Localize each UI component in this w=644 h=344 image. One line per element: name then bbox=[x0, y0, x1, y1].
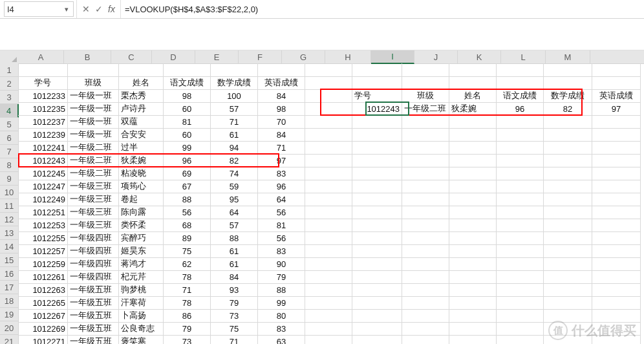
cell[interactable]: 89 bbox=[164, 231, 211, 245]
cell[interactable] bbox=[305, 180, 352, 193]
cell[interactable] bbox=[352, 141, 402, 155]
cell[interactable]: 59 bbox=[211, 180, 258, 193]
row-header-5[interactable]: 5 bbox=[0, 118, 18, 131]
cell[interactable]: 74 bbox=[211, 167, 258, 180]
cell[interactable] bbox=[592, 309, 641, 323]
cell[interactable] bbox=[402, 335, 449, 344]
cell[interactable]: 陈向露 bbox=[119, 206, 164, 219]
cell[interactable] bbox=[305, 219, 352, 232]
cell[interactable] bbox=[592, 63, 641, 77]
cell[interactable]: 83 bbox=[258, 322, 305, 336]
cell[interactable] bbox=[352, 322, 402, 336]
cell[interactable]: 一年级四班 bbox=[68, 231, 119, 245]
cell[interactable] bbox=[497, 244, 544, 258]
cell[interactable] bbox=[497, 141, 544, 155]
cell[interactable]: 杞元芹 bbox=[119, 270, 164, 284]
cell[interactable] bbox=[164, 63, 211, 77]
cell[interactable]: 1012243 bbox=[352, 102, 402, 116]
cell[interactable] bbox=[449, 141, 497, 155]
cell[interactable] bbox=[352, 128, 402, 142]
cell[interactable] bbox=[352, 244, 402, 258]
cell[interactable]: 81 bbox=[164, 115, 211, 129]
cell[interactable]: 英语成绩 bbox=[592, 89, 641, 103]
cell[interactable]: 学号 bbox=[18, 76, 68, 90]
cell[interactable]: 97 bbox=[592, 102, 641, 116]
cell[interactable]: 80 bbox=[258, 309, 305, 323]
cell[interactable] bbox=[592, 257, 641, 271]
cell[interactable] bbox=[402, 270, 449, 284]
cell[interactable] bbox=[402, 76, 449, 90]
cell[interactable] bbox=[352, 270, 402, 284]
cell[interactable]: 蒋鸿才 bbox=[119, 257, 164, 271]
cell[interactable]: 公良奇志 bbox=[119, 322, 164, 336]
cell[interactable]: 学号 bbox=[352, 89, 402, 103]
cell[interactable] bbox=[402, 309, 449, 323]
cell[interactable]: 1012269 bbox=[18, 322, 68, 336]
cell[interactable] bbox=[402, 167, 449, 180]
cell[interactable] bbox=[544, 206, 592, 219]
cell[interactable]: 1012253 bbox=[18, 219, 68, 232]
cell[interactable]: 一年级一班 bbox=[68, 115, 119, 129]
cell[interactable]: 63 bbox=[258, 335, 305, 344]
cell[interactable]: 语文成绩 bbox=[497, 89, 544, 103]
cell[interactable]: 一年级一班 bbox=[68, 89, 119, 103]
cell[interactable] bbox=[449, 154, 497, 167]
cell[interactable] bbox=[449, 322, 497, 336]
cell[interactable] bbox=[449, 244, 497, 258]
cell[interactable] bbox=[544, 270, 592, 284]
cell[interactable] bbox=[352, 257, 402, 271]
cell[interactable] bbox=[352, 193, 402, 206]
cell[interactable]: 86 bbox=[164, 309, 211, 323]
cell[interactable]: 56 bbox=[164, 206, 211, 219]
cell[interactable] bbox=[544, 128, 592, 142]
cell[interactable]: 合安安 bbox=[119, 128, 164, 142]
col-header-G[interactable]: G bbox=[282, 50, 325, 63]
row-header-17[interactable]: 17 bbox=[0, 281, 18, 294]
cell[interactable] bbox=[402, 180, 449, 193]
cell[interactable] bbox=[544, 335, 592, 344]
cell[interactable] bbox=[592, 244, 641, 258]
cell[interactable] bbox=[402, 296, 449, 310]
col-header-M[interactable]: M bbox=[546, 50, 590, 63]
cell[interactable] bbox=[544, 231, 592, 245]
cell[interactable] bbox=[305, 193, 352, 206]
cell[interactable] bbox=[544, 193, 592, 206]
cell[interactable]: 69 bbox=[164, 167, 211, 180]
cell[interactable]: 70 bbox=[258, 115, 305, 129]
cell[interactable] bbox=[352, 180, 402, 193]
cell[interactable] bbox=[497, 309, 544, 323]
cell[interactable]: 82 bbox=[211, 154, 258, 167]
cell[interactable]: 褒笑寒 bbox=[119, 335, 164, 344]
cell[interactable]: 73 bbox=[211, 309, 258, 323]
cell[interactable] bbox=[305, 167, 352, 180]
cell[interactable]: 78 bbox=[164, 296, 211, 310]
cell[interactable] bbox=[497, 63, 544, 77]
cell[interactable]: 一年级一班 bbox=[68, 128, 119, 142]
cell[interactable]: 88 bbox=[258, 283, 305, 297]
cell[interactable] bbox=[592, 167, 641, 180]
cell[interactable] bbox=[449, 283, 497, 297]
cell[interactable] bbox=[305, 141, 352, 155]
col-header-K[interactable]: K bbox=[458, 50, 501, 63]
cell[interactable]: 一年级五班 bbox=[68, 335, 119, 344]
row-header-12[interactable]: 12 bbox=[0, 213, 18, 226]
cell[interactable] bbox=[592, 231, 641, 245]
cell[interactable]: 100 bbox=[211, 89, 258, 103]
cell[interactable]: 95 bbox=[211, 193, 258, 206]
cell[interactable] bbox=[497, 180, 544, 193]
cell[interactable] bbox=[497, 219, 544, 232]
cell[interactable] bbox=[544, 141, 592, 155]
cell[interactable]: 一年级五班 bbox=[68, 309, 119, 323]
cell[interactable] bbox=[449, 180, 497, 193]
cell[interactable]: 96 bbox=[164, 154, 211, 167]
cell[interactable] bbox=[449, 257, 497, 271]
cell[interactable]: 1012247 bbox=[18, 180, 68, 193]
row-header-1[interactable]: 1 bbox=[0, 63, 18, 77]
cell[interactable] bbox=[305, 283, 352, 297]
row-header-14[interactable]: 14 bbox=[0, 240, 18, 253]
cell[interactable] bbox=[119, 63, 164, 77]
cell[interactable]: 75 bbox=[211, 322, 258, 336]
row-header-13[interactable]: 13 bbox=[0, 226, 18, 240]
cell[interactable]: 1012259 bbox=[18, 257, 68, 271]
cell[interactable]: 数学成绩 bbox=[211, 76, 258, 90]
